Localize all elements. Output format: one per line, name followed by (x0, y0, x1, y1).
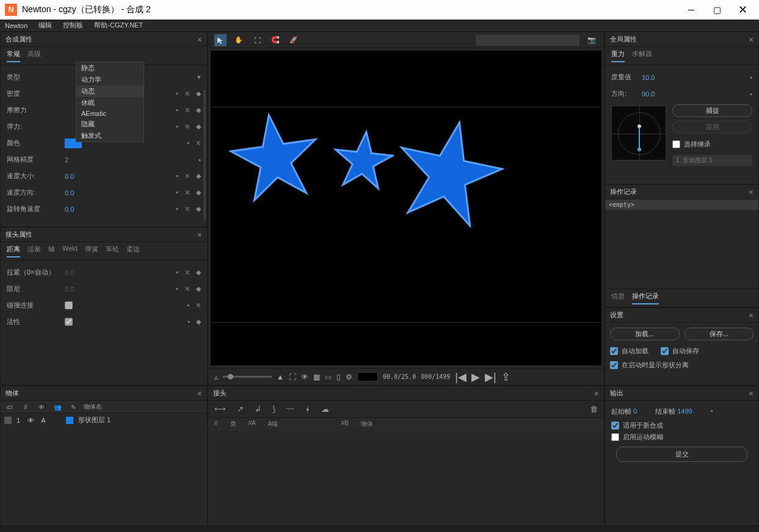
prop-value[interactable]: 10.0 (642, 74, 691, 81)
shuffle-icon[interactable]: ⤨ (184, 189, 190, 196)
shuffle-icon[interactable]: ⤨ (184, 205, 190, 213)
keyframe-icon[interactable]: ◆ (196, 172, 201, 180)
joint-tool-distance[interactable]: ⟷ (214, 404, 226, 414)
close-icon[interactable]: × (749, 35, 754, 45)
dropdown-item[interactable]: AEmatic (76, 109, 143, 118)
eye-icon[interactable]: 👁 (36, 404, 47, 411)
newcomp-checkbox[interactable] (611, 422, 619, 430)
minimize-button[interactable]: ─ (687, 5, 695, 14)
shuffle-icon[interactable]: ⤨ (184, 172, 190, 180)
close-icon[interactable]: × (197, 389, 202, 398)
menu-newton[interactable]: Newton (5, 22, 27, 29)
joint-tool-spring[interactable]: 〰 (286, 404, 294, 414)
panel2-icon[interactable]: ▯ (336, 373, 341, 381)
rocket-tool[interactable]: 🚀 (288, 34, 300, 46)
keyframe-icon[interactable]: ◆ (196, 90, 201, 98)
search-input[interactable] (476, 35, 579, 46)
history-item[interactable]: <empty> (605, 200, 758, 210)
menu-help[interactable]: 帮助-CGZY.NET (94, 21, 143, 30)
tab-advanced[interactable]: 高级 (27, 49, 41, 62)
start-frame[interactable]: 0 (633, 408, 637, 415)
showsplit-checkbox[interactable] (610, 361, 618, 369)
hand-tool[interactable]: ✋ (233, 34, 245, 46)
tab-solver[interactable]: 求解器 (632, 49, 652, 62)
joint-tool-wheel[interactable]: ⍿ (305, 404, 310, 414)
tab-spring[interactable]: 弹簧 (85, 245, 98, 257)
panel-icon[interactable]: ▭ (325, 373, 332, 381)
edit-icon[interactable]: ✎ (68, 404, 79, 411)
prop-value[interactable]: 0.0 (65, 189, 114, 196)
end-frame[interactable]: 1499 (677, 408, 692, 415)
menu-edit[interactable]: 编辑 (38, 21, 52, 30)
inherit-checkbox[interactable] (672, 140, 680, 148)
shuffle-icon[interactable]: ⤨ (195, 139, 201, 147)
close-icon[interactable]: × (197, 35, 202, 45)
keyframe-icon[interactable]: ◆ (196, 189, 201, 196)
load-button[interactable]: 加载... (610, 328, 680, 340)
tab-info[interactable]: 信息 (611, 292, 625, 304)
capture-button[interactable]: 捕捉 (672, 104, 752, 117)
tag-icon[interactable]: 🏷 (4, 404, 15, 411)
dropdown-item[interactable]: 静态 (76, 62, 143, 74)
prop-value[interactable]: 0.0 (65, 206, 114, 213)
dropdown-item[interactable]: 触发式 (76, 130, 143, 142)
eye-icon[interactable]: 👁 (301, 373, 308, 381)
scrollbar[interactable] (203, 90, 206, 221)
camera-icon[interactable]: 📷 (586, 34, 598, 46)
dot-icon[interactable]: • (187, 139, 189, 147)
shuffle-icon[interactable]: ⤨ (184, 106, 190, 114)
autosave-checkbox[interactable] (661, 347, 669, 355)
shuffle-icon[interactable]: ⤨ (184, 90, 190, 98)
menu-control[interactable]: 控制板 (63, 21, 83, 30)
tab-blob[interactable]: 柔边 (126, 245, 140, 257)
dropdown-item[interactable]: 休眠 (76, 97, 143, 109)
dot-icon[interactable]: • (176, 172, 178, 180)
tab-distance[interactable]: 距离 (7, 245, 20, 257)
zoom-in-icon[interactable]: ▲ (277, 373, 284, 381)
dropdown-item[interactable]: 动态 (76, 85, 143, 97)
dot-icon[interactable]: • (198, 156, 201, 164)
close-icon[interactable]: × (197, 230, 202, 240)
joint-tool-blob[interactable]: ☁ (321, 404, 329, 414)
chevron-down-icon[interactable]: ▾ (197, 73, 201, 81)
object-row[interactable]: 1 👁 A 形状图层 1 (1, 414, 207, 426)
tab-general[interactable]: 常规 (7, 49, 20, 62)
dot-icon[interactable]: • (176, 205, 178, 213)
zoom-slider[interactable] (223, 376, 272, 378)
prop-value[interactable]: 90.0 (642, 90, 691, 98)
trash-icon[interactable]: 🗑 (590, 404, 598, 414)
joint-tool-pivot[interactable]: ↲ (255, 404, 261, 414)
prop-value[interactable]: 2 (65, 156, 114, 164)
tab-weld[interactable]: Weld (62, 245, 78, 257)
select-tool[interactable] (214, 34, 227, 46)
dot-icon[interactable]: • (176, 106, 178, 114)
group-icon[interactable]: 👥 (52, 404, 63, 411)
dropdown-item[interactable]: 隐藏 (76, 118, 143, 130)
play-button[interactable]: ▶ (471, 370, 480, 384)
tab-gravity[interactable]: 重力 (611, 49, 625, 62)
dot-icon[interactable]: • (176, 189, 178, 196)
dot-icon[interactable]: • (176, 90, 178, 98)
motionblur-checkbox[interactable] (611, 433, 619, 441)
prop-value[interactable]: 0.0 (65, 173, 114, 180)
maximize-button[interactable]: ▢ (713, 5, 721, 14)
gear-icon[interactable]: ⚙ (346, 373, 352, 381)
layer-select[interactable]: 1. 形状图层 1 (672, 155, 752, 166)
close-icon[interactable]: × (749, 311, 754, 320)
tab-pivot[interactable]: 轴 (48, 245, 55, 257)
close-icon[interactable]: × (594, 389, 599, 398)
keyframe-icon[interactable]: ◆ (196, 106, 201, 114)
zoom-out-icon[interactable]: ▵ (214, 373, 218, 381)
fit-icon[interactable]: ⛶ (289, 373, 296, 381)
save-button[interactable]: 保存... (685, 328, 754, 340)
autoload-checkbox[interactable] (610, 347, 618, 355)
close-button[interactable]: ✕ (738, 5, 747, 14)
shuffle-icon[interactable]: ⤨ (184, 123, 190, 131)
close-icon[interactable]: × (749, 389, 754, 398)
dropdown-item[interactable]: 动力学 (76, 74, 143, 85)
close-icon[interactable]: × (749, 187, 754, 197)
preview-canvas[interactable] (211, 51, 601, 365)
tab-history[interactable]: 操作记录 (632, 292, 659, 304)
joint-tool-piston[interactable]: ↗ (237, 404, 244, 414)
type-dropdown[interactable]: 静态 动力学 动态 休眠 AEmatic 隐藏 触发式 (76, 62, 144, 142)
